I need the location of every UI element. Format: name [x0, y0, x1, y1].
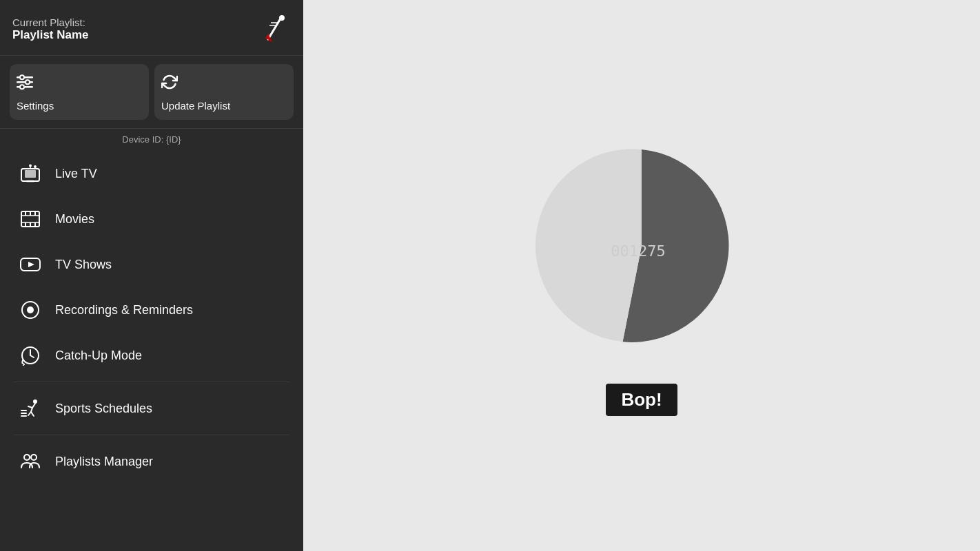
record-icon	[18, 298, 43, 322]
playlist-name: Playlist Name	[12, 28, 89, 42]
nav-divider-2	[14, 435, 289, 435]
sports-label: Sports Schedules	[55, 402, 152, 416]
quick-actions: Settings Update Playlist	[0, 56, 303, 129]
tv-icon	[18, 161, 43, 186]
nav-item-recordings[interactable]: Recordings & Reminders	[7, 288, 296, 332]
svg-point-2	[279, 15, 285, 21]
svg-line-33	[30, 355, 34, 357]
nav-divider	[14, 382, 289, 382]
svg-rect-12	[25, 170, 36, 178]
svg-point-14	[34, 165, 37, 168]
svg-point-8	[20, 75, 24, 79]
playlists-manager-label: Playlists Manager	[55, 455, 153, 469]
tv-shows-label: TV Shows	[55, 258, 112, 272]
svg-line-0	[268, 19, 280, 39]
update-playlist-label: Update Playlist	[161, 100, 230, 112]
film-icon	[18, 207, 43, 231]
movies-label: Movies	[55, 212, 94, 227]
device-id: Device ID: {ID}	[0, 129, 303, 152]
playlist-header: Current Playlist: Playlist Name	[0, 0, 303, 56]
nav-item-movies[interactable]: Movies	[7, 197, 296, 241]
svg-point-43	[24, 455, 30, 460]
svg-point-30	[27, 306, 34, 313]
nav-item-catchup[interactable]: Catch-Up Mode	[7, 333, 296, 377]
playlist-logo-icon[interactable]	[258, 12, 291, 45]
settings-label: Settings	[17, 100, 54, 112]
svg-marker-28	[28, 262, 34, 267]
nav-item-live-tv[interactable]: Live TV	[7, 152, 296, 196]
settings-icon	[17, 74, 33, 94]
nav-item-playlists-manager[interactable]: Playlists Manager	[7, 439, 296, 484]
nav-items: Live TV Movies	[0, 152, 303, 551]
nav-item-sports[interactable]: Sports Schedules	[7, 386, 296, 430]
pie-chart-container: 001275	[531, 136, 752, 356]
svg-line-39	[28, 412, 31, 415]
svg-point-15	[29, 165, 32, 167]
nav-item-tv-shows[interactable]: TV Shows	[7, 242, 296, 287]
svg-point-10	[20, 85, 24, 89]
pie-chart-label: 001275	[611, 242, 665, 260]
sidebar: Current Playlist: Playlist Name	[0, 0, 303, 551]
playlists-icon	[18, 449, 43, 474]
bop-caption: Bop!	[606, 384, 677, 416]
update-playlist-button[interactable]: Update Playlist	[154, 64, 294, 120]
svg-line-38	[31, 412, 34, 416]
svg-line-35	[32, 404, 35, 408]
sports-icon	[18, 396, 43, 421]
playlist-title-group: Current Playlist: Playlist Name	[12, 17, 89, 42]
live-tv-label: Live TV	[55, 167, 97, 181]
svg-point-44	[31, 455, 37, 460]
youtube-icon	[18, 252, 43, 277]
refresh-icon	[161, 74, 178, 94]
main-content: 001275 Bop!	[303, 0, 980, 551]
playlist-label: Current Playlist:	[12, 17, 89, 28]
pie-chart: 001275	[531, 136, 752, 356]
svg-point-9	[25, 80, 30, 84]
settings-button[interactable]: Settings	[10, 64, 149, 120]
recordings-label: Recordings & Reminders	[55, 303, 193, 318]
catchup-icon	[18, 343, 43, 368]
catchup-label: Catch-Up Mode	[55, 349, 142, 363]
